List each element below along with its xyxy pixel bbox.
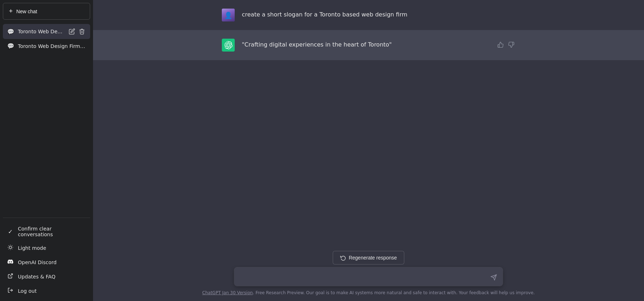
send-icon xyxy=(491,274,497,281)
version-link[interactable]: ChatGPT Jan 30 Version xyxy=(202,290,253,295)
logout-icon xyxy=(7,287,14,295)
svg-line-9 xyxy=(10,274,13,276)
assistant-message-row: "Crafting digital experiences in the hea… xyxy=(93,30,644,60)
svg-line-4 xyxy=(12,249,12,249)
thumbs-up-button[interactable] xyxy=(497,41,504,50)
chat-bubble-icon: 💬 xyxy=(7,28,14,35)
user-message-row: create a short slogan for a Toronto base… xyxy=(93,0,644,30)
user-message-content: create a short slogan for a Toronto base… xyxy=(242,9,515,19)
sidebar-divider xyxy=(3,218,90,218)
chat-history: 💬 Toronto Web Design Sl xyxy=(0,23,93,216)
input-area: Regenerate response ChatGPT Jan 30 Versi… xyxy=(93,245,644,301)
chat-item-actions xyxy=(68,28,86,35)
chat-bubble-icon-2: 💬 xyxy=(7,43,14,49)
external-link-icon xyxy=(7,273,14,280)
new-chat-label: New chat xyxy=(16,9,37,14)
delete-chat-button[interactable] xyxy=(78,28,86,35)
confirm-clear-label: Confirm clear conversations xyxy=(18,226,86,237)
discord-icon xyxy=(7,259,14,266)
chat-input-wrapper xyxy=(234,267,503,287)
light-mode-item[interactable]: Light mode xyxy=(3,241,90,255)
footer-disclaimer: ChatGPT Jan 30 Version. Free Research Pr… xyxy=(202,290,535,298)
checkmark-icon: ✓ xyxy=(7,228,14,235)
chatgpt-avatar xyxy=(222,39,235,52)
chat-item-active[interactable]: 💬 Toronto Web Design Sl xyxy=(3,24,90,39)
logout-item[interactable]: Log out xyxy=(3,284,90,298)
user-message-inner: create a short slogan for a Toronto base… xyxy=(208,9,530,21)
sidebar: + New chat 💬 Toronto Web Design Sl xyxy=(0,0,93,301)
thumbs-down-button[interactable] xyxy=(507,41,515,50)
user-avatar xyxy=(222,9,235,21)
svg-line-7 xyxy=(9,249,9,249)
svg-point-0 xyxy=(9,246,12,249)
chat-item-2[interactable]: 💬 Toronto Web Design Firm CTA xyxy=(3,39,90,53)
regenerate-label: Regenerate response xyxy=(349,255,397,261)
discord-item[interactable]: OpenAI Discord xyxy=(3,255,90,270)
message-feedback xyxy=(497,39,515,50)
discord-label: OpenAI Discord xyxy=(18,259,57,265)
regenerate-icon xyxy=(340,255,346,261)
main-content: create a short slogan for a Toronto base… xyxy=(93,0,644,301)
send-button[interactable] xyxy=(489,273,498,282)
regenerate-button[interactable]: Regenerate response xyxy=(333,251,405,264)
light-mode-label: Light mode xyxy=(18,245,46,251)
new-chat-button[interactable]: + New chat xyxy=(3,3,90,20)
plus-icon: + xyxy=(9,8,13,15)
chat-item-label-2: Toronto Web Design Firm CTA xyxy=(18,43,86,49)
assistant-message-content: "Crafting digital experiences in the hea… xyxy=(242,39,489,49)
chat-input[interactable] xyxy=(234,267,503,286)
updates-faq-label: Updates & FAQ xyxy=(18,274,55,280)
chat-item-label: Toronto Web Design Sl xyxy=(18,29,64,34)
messages-area: create a short slogan for a Toronto base… xyxy=(93,0,644,245)
svg-line-8 xyxy=(12,246,12,246)
logout-label: Log out xyxy=(18,288,36,294)
confirm-clear-item[interactable]: ✓ Confirm clear conversations xyxy=(3,222,90,241)
sidebar-bottom: ✓ Confirm clear conversations Light mode xyxy=(0,219,93,301)
edit-chat-button[interactable] xyxy=(68,28,76,35)
sun-icon xyxy=(7,244,14,252)
svg-line-3 xyxy=(9,246,9,246)
updates-faq-item[interactable]: Updates & FAQ xyxy=(3,270,90,284)
assistant-message-inner: "Crafting digital experiences in the hea… xyxy=(208,39,530,52)
footer-text: . Free Research Preview. Our goal is to … xyxy=(253,290,535,295)
